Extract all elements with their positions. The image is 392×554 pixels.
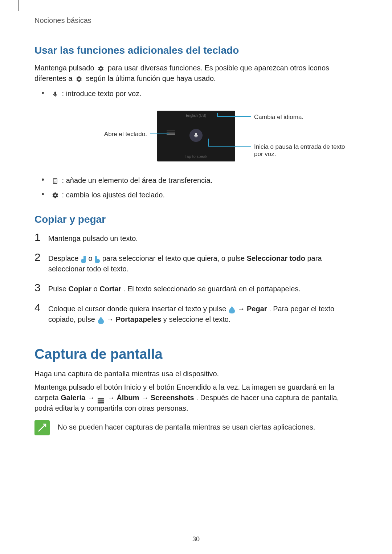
bullet-clipboard: : añade un elemento del área de transfer… — [42, 174, 358, 186]
menu-icon — [98, 396, 104, 401]
paste-marker-icon — [98, 316, 104, 324]
intro-paragraph: Mantenga pulsado para usar diversas func… — [34, 63, 358, 84]
gear-icon — [75, 75, 83, 83]
gear-icon — [97, 65, 105, 73]
voice-input-diagram: Abre el teclado. Cambia el idioma. Inici… — [34, 107, 358, 165]
svg-rect-4 — [98, 398, 104, 399]
step-2: Desplace o para seleccionar el texto que… — [34, 252, 358, 274]
paste-marker-icon — [229, 306, 235, 313]
step-4: Coloque el cursor donde quiera insertar … — [34, 302, 358, 325]
voice-panel-language: English (US) — [157, 114, 235, 118]
page-number: 30 — [0, 535, 392, 543]
selection-handle-right-icon — [95, 255, 100, 263]
breadcrumb: Nociones básicas — [34, 16, 358, 25]
callout-label-keyboard: Abre el teclado. — [104, 131, 147, 138]
voice-panel-hint: Tap to speak — [157, 154, 235, 159]
note-icon — [34, 420, 50, 435]
callout-label-language: Cambia el idioma. — [254, 114, 303, 121]
mini-keyboard-icon — [167, 131, 175, 136]
screenshot-p1: Haga una captura de pantalla mientras us… — [34, 369, 358, 379]
selection-handle-left-icon — [81, 255, 86, 263]
step-3: Pulse Copiar o Cortar . El texto selecci… — [34, 282, 358, 294]
bullet-voice: : introduce texto por voz. — [42, 87, 358, 100]
section-heading-copy-paste: Copiar y pegar — [34, 214, 358, 225]
svg-rect-6 — [98, 402, 104, 403]
clipboard-icon — [51, 177, 59, 185]
svg-rect-5 — [98, 400, 104, 401]
microphone-icon — [51, 90, 59, 98]
voice-panel: English (US) Tap to speak — [157, 111, 235, 161]
callout-label-voice: Inicia o pausa la entrada de texto por v… — [254, 143, 348, 158]
screenshot-p2: Mantenga pulsado el botón Inicio y el bo… — [34, 382, 358, 414]
section-heading-screenshot: Captura de pantalla — [34, 346, 358, 362]
gear-icon — [51, 192, 59, 200]
section-heading-keyboard: Usar las funciones adicionales del tecla… — [34, 45, 358, 56]
step-1: Mantenga pulsado un texto. — [34, 232, 358, 244]
bullet-settings: : cambia los ajustes del teclado. — [42, 189, 358, 201]
note-box: No se pueden hacer capturas de pantalla … — [34, 420, 358, 435]
note-text: No se pueden hacer capturas de pantalla … — [58, 420, 315, 431]
mic-button — [189, 129, 203, 142]
